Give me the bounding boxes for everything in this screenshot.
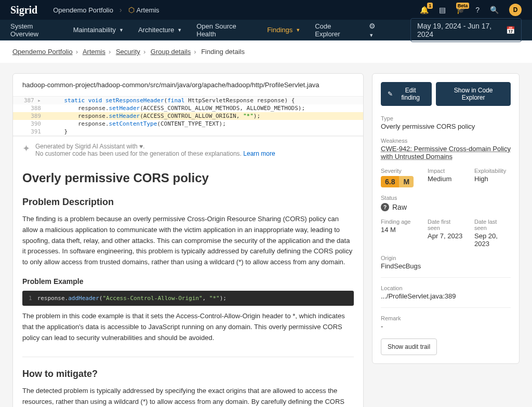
ai-learn-more-link[interactable]: Learn more: [243, 150, 275, 157]
location-value: .../ProfileServlet.java:389: [381, 292, 511, 300]
book-icon[interactable]: ▤: [439, 6, 446, 14]
status-value: ?Raw: [381, 203, 511, 211]
breadcrumbs: Opendemo Portfolio› Artemis› Security› G…: [0, 40, 532, 63]
weakness-label: Weakness: [381, 138, 511, 144]
code-line: 388 response.setHeader(ACCESS_CONTROL_AL…: [13, 104, 363, 112]
calendar-icon: 📅: [506, 26, 515, 34]
audit-trail-button[interactable]: Show audit trail: [381, 338, 437, 355]
gear-icon[interactable]: ⚙ ▼: [369, 22, 381, 38]
search-icon[interactable]: 🔍: [490, 6, 499, 14]
chevron-down-icon: ▼: [119, 28, 124, 33]
chevron-right-icon: ›: [119, 6, 122, 14]
project-link[interactable]: ⬡Artemis: [128, 6, 159, 14]
breadcrumb-security[interactable]: Security: [116, 48, 140, 56]
breadcrumb-current: Finding details: [201, 48, 245, 56]
severity-pill: 6.8 M: [381, 176, 414, 187]
menu-architecture[interactable]: Architecture ▼: [138, 26, 182, 34]
code-line: 387 ▸ static void setResponseHeader(fina…: [13, 97, 363, 104]
menu-system-overview[interactable]: System Overview: [10, 22, 59, 38]
weakness-value: CWE-942: Permissive Cross-domain Policy …: [381, 145, 511, 160]
help-icon[interactable]: ?: [475, 6, 480, 14]
problem-code-example: 1response.addHeader("Access-Control-Allo…: [22, 291, 354, 306]
weakness-link[interactable]: CWE-942: Permissive Cross-domain Policy …: [381, 145, 511, 160]
content: hadoop-common-project/hadoop-common/src/…: [0, 63, 532, 407]
ai-line2: No customer code has been used for the g…: [35, 150, 242, 157]
divider: [381, 277, 511, 278]
main-panel: hadoop-common-project/hadoop-common/src/…: [12, 73, 364, 407]
status-label: Status: [381, 195, 511, 201]
code-line: 391 }: [13, 128, 363, 135]
mitigate-text: The detected problem is typically addres…: [22, 386, 354, 407]
breadcrumb-portfolio[interactable]: Opendemo Portfolio: [12, 48, 73, 56]
breadcrumb-project[interactable]: Artemis: [83, 48, 105, 56]
user-avatar[interactable]: D: [509, 4, 522, 16]
ai-icon: ✦: [22, 143, 30, 154]
code-line: 390 response.setContentType(CONTENT_TYPE…: [13, 120, 363, 128]
age-label: Finding age: [381, 219, 417, 225]
file-path: hadoop-common-project/hadoop-common/src/…: [13, 74, 363, 96]
first-seen-value: Apr 7, 2023: [428, 232, 464, 240]
problem-desc-text: The finding is a problem because an over…: [22, 214, 354, 268]
ai-line1: Generated by Sigrid AI Assistant with ♥.: [35, 143, 275, 150]
problem-example-text: The problem in this code example is that…: [22, 311, 354, 343]
ai-disclosure: ✦ Generated by Sigrid AI Assistant with …: [13, 136, 363, 164]
bell-icon[interactable]: 🔔1: [420, 6, 429, 14]
severity-label: Severity: [381, 168, 417, 174]
impact-value: Medium: [428, 175, 464, 183]
side-panel: ✎Edit finding Show in Code Explorer Type…: [372, 73, 520, 364]
exploit-value: High: [474, 175, 511, 183]
pencil-icon: ✎: [388, 90, 393, 98]
origin-value: FindSecBugs: [381, 262, 511, 270]
header-nav: Opendemo Portfolio › ⬡Artemis: [53, 6, 420, 14]
header-icons: 🔔1 ▤ 🎓Beta ? 🔍 D: [420, 4, 522, 16]
last-seen-value: Sep 20, 2023: [474, 232, 511, 248]
article: Overly permissive CORS policy Problem De…: [13, 171, 363, 407]
date-range-label: May 19, 2024 - Jun 17, 2024: [417, 22, 501, 38]
exploit-label: Exploitability: [474, 168, 511, 174]
origin-label: Origin: [381, 255, 511, 261]
breadcrumb-group[interactable]: Group details: [151, 48, 191, 56]
last-seen-label: Date last seen: [474, 219, 511, 231]
code-viewer: 387 ▸ static void setResponseHeader(fina…: [13, 96, 363, 136]
location-label: Location: [381, 285, 511, 291]
top-header: Sigrid Opendemo Portfolio › ⬡Artemis 🔔1 …: [0, 0, 532, 20]
remark-value: -: [381, 322, 511, 330]
hex-icon: ⬡: [128, 6, 135, 14]
problem-example-heading: Problem Example: [22, 277, 354, 286]
menu-bar: System Overview Maintainability ▼ Archit…: [0, 20, 532, 40]
impact-label: Impact: [428, 168, 464, 174]
date-range-picker[interactable]: May 19, 2024 - Jun 17, 2024 📅: [410, 18, 522, 42]
side-buttons: ✎Edit finding Show in Code Explorer: [381, 82, 511, 106]
status-icon: ?: [381, 203, 389, 211]
code-line: 389 response.setHeader(ACCESS_CONTROL_AL…: [13, 112, 363, 120]
age-value: 14 M: [381, 226, 417, 234]
remark-label: Remark: [381, 315, 511, 321]
mitigate-heading: How to mitigate?: [22, 369, 354, 379]
divider: [381, 307, 511, 308]
first-seen-label: Date first seen: [428, 219, 464, 231]
menu-maintainability[interactable]: Maintainability ▼: [73, 26, 124, 34]
hat-icon[interactable]: 🎓Beta: [456, 6, 465, 14]
menu-open-source-health[interactable]: Open Source Health: [196, 22, 252, 38]
show-in-explorer-button[interactable]: Show in Code Explorer: [436, 82, 511, 106]
type-value: Overly permissive CORS policy: [381, 123, 511, 130]
edit-finding-button[interactable]: ✎Edit finding: [381, 82, 432, 106]
chevron-down-icon: ▼: [296, 28, 300, 33]
logo: Sigrid: [10, 4, 37, 16]
article-title: Overly permissive CORS policy: [22, 171, 354, 185]
menu-findings[interactable]: Findings ▼: [267, 26, 300, 34]
type-label: Type: [381, 115, 511, 121]
portfolio-link[interactable]: Opendemo Portfolio: [53, 6, 113, 14]
menu-code-explorer[interactable]: Code Explorer: [315, 22, 354, 38]
problem-desc-heading: Problem Description: [22, 197, 354, 208]
chevron-down-icon: ▼: [177, 28, 182, 33]
